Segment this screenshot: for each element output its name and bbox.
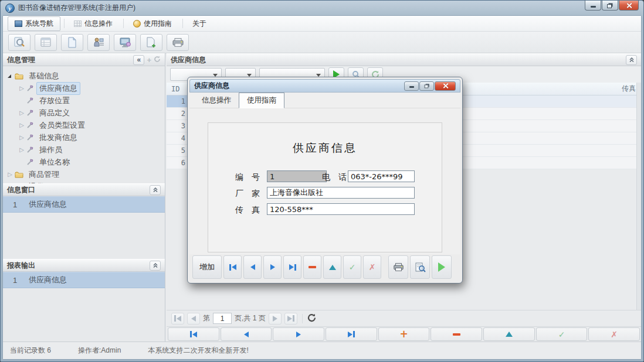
tree-folder-item[interactable]: ▷ 商品管理 [8,168,165,180]
dialog-titlebar[interactable]: 供应商信息 [189,79,460,93]
tab-user-guide[interactable]: 使用指南 [239,93,284,108]
tree-root-item[interactable]: 基础信息 [8,70,165,82]
menu-user-guide[interactable]: 使用指南 [126,16,179,31]
toolbar-datasheet-button[interactable] [35,34,57,51]
plus-icon [399,330,408,339]
tree-item[interactable]: ▷ 供应商信息 [8,82,165,94]
toolbar-document-button[interactable] [61,34,83,51]
record-nav-button[interactable] [431,327,482,341]
menu-system-nav[interactable]: 系统导航 [8,16,60,31]
record-nav-button[interactable] [273,327,324,341]
dialog-restore-button[interactable] [419,81,434,91]
record-nav-button[interactable] [536,327,588,341]
chevron-right-icon[interactable]: ▷ [19,122,24,128]
expanded-icon[interactable] [8,74,11,78]
dialog-nav-button[interactable] [263,255,282,279]
row-id-cell: 4 [167,132,190,144]
record-nav-button[interactable] [378,327,430,341]
chevron-right-icon[interactable]: ▷ [19,134,24,141]
page-last-button[interactable] [284,313,297,325]
minimize-button[interactable] [585,1,601,11]
last-icon [348,331,355,337]
collapse-left-icon[interactable]: « [133,55,144,65]
menu-info-operate[interactable]: 信息操作 [67,16,120,31]
statusbar: 当前记录数 6 操作者:Admin 本系统支持二次开发和全新开发! [3,341,641,359]
tree-item[interactable]: ▷ 商品定义 [8,107,165,119]
toolbar-search-button[interactable] [8,34,30,51]
page-prior-button[interactable] [187,313,200,325]
tree-item-label: 存放位置 [36,94,73,107]
record-nav-button[interactable] [221,327,272,341]
fax-field[interactable] [267,203,415,215]
record-nav-button[interactable] [483,327,535,341]
record-nav-button[interactable] [326,327,377,341]
page-number-input[interactable] [213,313,232,324]
add-icon[interactable]: + [147,56,151,64]
dialog-nav-button[interactable] [303,255,321,279]
dialog-nav-button[interactable] [323,255,341,279]
page-next-button[interactable] [269,313,282,325]
prior-icon [244,332,249,337]
factory-field[interactable] [267,187,415,199]
tree-item-label: 供应商信息 [36,82,80,95]
dialog-nav-button[interactable] [223,255,242,279]
tree-item[interactable]: ▷ 存放位置 [8,94,165,107]
toolbar-user-button[interactable] [87,34,110,51]
toolbar-monitor-button[interactable] [114,34,136,51]
record-nav-button[interactable] [588,327,640,341]
item-label: 供应商信息 [29,275,67,285]
next-icon [270,264,275,270]
dialog-close-button[interactable] [435,81,456,91]
chevron-right-icon[interactable]: ▷ [19,146,24,153]
page-first-button[interactable] [171,313,184,325]
menu-about[interactable]: 关于 [185,16,213,31]
tree-item[interactable]: ▷ 单位名称 [8,156,165,168]
tree-item-label: 商品定义 [36,107,73,119]
report-output-title: 报表输出 [7,261,35,271]
toolbar-printer-button[interactable] [167,34,189,51]
print-button[interactable] [388,255,408,279]
user-icon [93,37,104,48]
prior-icon [191,316,196,322]
report-output-list-item[interactable]: 1 供应商信息 [3,272,165,288]
vertical-scrollbar[interactable] [636,83,641,310]
tab-info-operate[interactable]: 信息操作 [194,93,239,108]
restore-button[interactable] [602,1,618,11]
record-nav-button[interactable] [168,327,219,341]
chevron-right-icon[interactable]: ▷ [19,85,24,91]
collapse-up-icon[interactable] [150,185,161,195]
chevron-right-icon[interactable]: ▷ [8,171,12,177]
tool-icon [26,159,34,166]
collapse-up-icon[interactable] [626,55,637,65]
dialog-nav-button[interactable] [343,255,361,279]
dialog-nav-button[interactable] [243,255,262,279]
page-refresh-button[interactable] [307,313,316,324]
dialog-run-button[interactable] [432,255,452,279]
close-button[interactable] [619,1,639,11]
add-button[interactable]: 增加 [192,255,222,279]
chevron-right-icon[interactable]: ▷ [19,110,24,116]
tree-item[interactable]: ▷ 操作员 [8,144,165,156]
dialog-toolbar: 增加 [189,254,460,281]
refresh-icon[interactable] [154,56,161,64]
tree-item[interactable]: ▷ 会员类型设置 [8,119,165,131]
info-window-list-item[interactable]: 1 供应商信息 [3,196,165,213]
toolbar-export-button[interactable] [140,34,162,51]
preview-button[interactable] [410,255,430,279]
tree-item[interactable]: ▷ 批发商信息 [8,131,165,144]
operator: 操作者:Admin [78,346,121,356]
code-label: 编 号 [235,172,260,183]
minimize-icon [409,86,414,88]
dialog-nav-button[interactable] [363,255,381,279]
sidebar: 信息管理 « + 基础信息 [3,53,165,341]
page-prefix: 第 [203,313,210,323]
tree-folders: ▷ 商品管理 ▷ 退货管理 [8,168,165,183]
record-nav-bar [167,326,641,341]
info-window-title: 信息窗口 [7,185,35,195]
collapse-up-icon[interactable] [150,261,161,271]
phone-field[interactable] [348,170,415,182]
cancel-icon [369,263,376,271]
code-field[interactable] [267,170,327,182]
dialog-minimize-button[interactable] [404,81,419,91]
dialog-nav-button[interactable] [283,255,301,279]
